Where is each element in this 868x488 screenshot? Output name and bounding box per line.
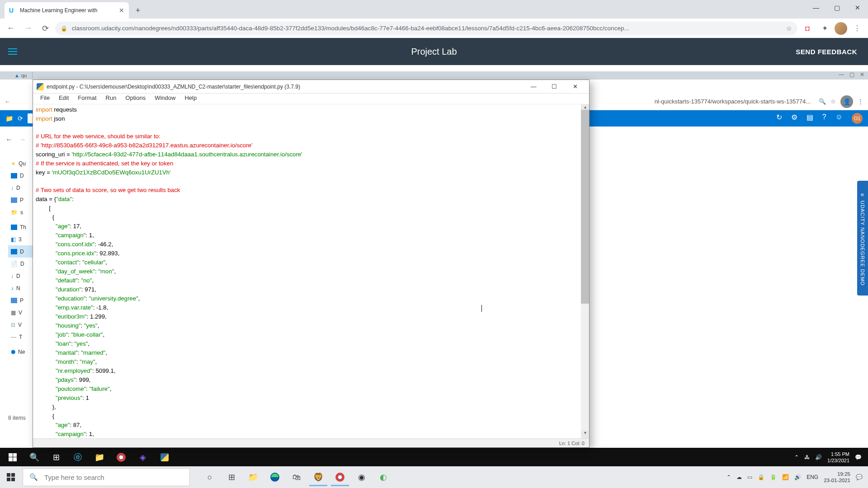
history-icon[interactable]: ↻ [776, 113, 782, 124]
tree-item[interactable]: 📁s [11, 206, 33, 218]
tree-item[interactable]: ★Qu [11, 157, 33, 169]
tree-item[interactable]: ▦V [11, 306, 33, 319]
tray-network-icon[interactable]: 🖧 [804, 454, 810, 460]
explorer-back-button[interactable]: ← [5, 136, 13, 144]
host-clock[interactable]: 19:2523-01-2021 [824, 471, 850, 483]
python-idle-icon[interactable] [154, 448, 175, 466]
reload-button[interactable]: ⟳ [38, 21, 52, 36]
cortana-icon[interactable]: ○ [199, 468, 221, 486]
udacity-demo-side-tab[interactable]: UDACITY NANODEGREE DEMO [857, 181, 868, 296]
inner-close-button[interactable]: ✕ [860, 71, 864, 78]
chrome-menu-icon[interactable]: ⋮ [850, 21, 864, 36]
extensions-icon[interactable]: ✦ [817, 21, 832, 36]
tray-battery-icon[interactable]: 🔋 [770, 474, 777, 480]
tree-item[interactable]: Th [11, 221, 33, 233]
idle-scrollbar[interactable]: ▴ ▾ [581, 104, 589, 438]
tray-meet-icon[interactable]: ▭ [747, 474, 752, 480]
idle-titlebar[interactable]: endpoint.py - C:\Users\demouser\Desktop\… [33, 80, 589, 94]
tree-item[interactable]: ⊟V [11, 319, 33, 331]
azure-user-badge[interactable]: O1 [852, 113, 863, 124]
inner-minimize-button[interactable]: — [839, 71, 844, 78]
tree-item[interactable]: P [11, 294, 33, 306]
explorer-taskbar-icon[interactable]: 📁 [242, 468, 264, 486]
address-bar[interactable]: 🔒 classroom.udacity.com/nanodegrees/nd00… [55, 22, 797, 35]
ie-icon[interactable]: ⓔ [67, 448, 89, 466]
tray-chevron-icon[interactable]: ⌃ [794, 454, 799, 460]
scroll-thumb[interactable] [581, 110, 589, 304]
chrome-taskbar-icon[interactable] [329, 468, 351, 486]
loading-app-icon[interactable]: ◐ [373, 468, 394, 486]
forward-button[interactable]: → [21, 21, 35, 36]
tray-volume-icon[interactable]: 🔊 [815, 454, 822, 460]
help-icon[interactable]: ? [822, 113, 826, 124]
tree-item[interactable]: ↓D [11, 270, 33, 282]
tree-item[interactable]: 📄D [11, 258, 33, 270]
back-button[interactable]: ← [4, 21, 18, 36]
tray-onedrive-icon[interactable]: ☁ [736, 474, 742, 480]
inner-maximize-button[interactable]: ▢ [849, 71, 854, 78]
store-icon[interactable]: 🛍 [286, 468, 307, 486]
menu-format[interactable]: Format [73, 94, 101, 104]
hamburger-menu-icon[interactable] [8, 43, 24, 60]
menu-window[interactable]: Window [150, 94, 180, 104]
menu-help[interactable]: Help [180, 94, 201, 104]
host-search-box[interactable]: 🔍 Type here to search [23, 468, 190, 486]
inner-profile-avatar[interactable]: 👤 [840, 95, 853, 108]
host-start-button[interactable] [0, 466, 22, 488]
send-feedback-button[interactable]: SEND FEEDBACK [796, 48, 857, 56]
tree-item[interactable]: —T [11, 331, 33, 343]
tray-notifications-icon[interactable]: 💬 [855, 454, 862, 460]
pocket-extension-icon[interactable]: ◘ [800, 21, 815, 36]
tree-item[interactable]: ♪N [11, 282, 33, 294]
menu-file[interactable]: File [36, 94, 54, 104]
star-icon[interactable]: ☆ [786, 25, 792, 32]
vm-search-button[interactable]: 🔍 [24, 448, 45, 466]
smile-icon[interactable]: ☺ [835, 113, 843, 124]
edge-icon[interactable] [264, 468, 286, 486]
explorer-forward-button[interactable]: → [19, 136, 26, 144]
vm-clock[interactable]: 1:55 PM1/23/2021 [827, 451, 849, 464]
tray-chevron-icon[interactable]: ⌃ [726, 474, 731, 480]
chrome-icon[interactable] [110, 448, 132, 466]
tree-item[interactable]: D [11, 169, 33, 182]
inner-search-icon[interactable]: 🔍 [819, 98, 826, 105]
inner-tab[interactable]: ▲qu [9, 71, 33, 80]
menu-run[interactable]: Run [101, 94, 121, 104]
tray-wifi-icon[interactable]: 📶 [782, 474, 789, 480]
inner-back-button[interactable]: ← [5, 98, 10, 105]
settings-gear-icon[interactable]: ⚙ [791, 113, 797, 124]
notebook-icon[interactable]: ▤ [807, 113, 813, 124]
github-icon[interactable]: ◉ [351, 468, 373, 486]
maximize-button[interactable]: ▢ [826, 0, 847, 15]
close-button[interactable]: ✕ [847, 0, 868, 15]
tree-item[interactable]: ⬢Ne [11, 346, 33, 358]
profile-avatar[interactable] [835, 22, 847, 35]
explorer-icon[interactable]: 📁 [89, 448, 110, 466]
tray-security-icon[interactable]: 🔒 [758, 474, 764, 480]
tree-item-selected[interactable]: D [8, 245, 33, 258]
tray-volume-icon[interactable]: 🔊 [794, 474, 801, 480]
tray-language[interactable]: ENG [807, 474, 818, 480]
new-tab-button[interactable]: + [132, 4, 144, 17]
idle-close-button[interactable]: ✕ [565, 80, 585, 93]
tree-item[interactable]: ◧3 [11, 233, 33, 245]
minimize-button[interactable]: — [806, 0, 826, 15]
inner-star-icon[interactable]: ☆ [830, 98, 836, 105]
close-tab-icon[interactable]: ✕ [119, 7, 124, 14]
idle-code-area[interactable]: import requests import json # URL for th… [33, 104, 589, 438]
vm-start-button[interactable] [2, 448, 24, 466]
menu-options[interactable]: Options [121, 94, 150, 104]
idle-minimize-button[interactable]: — [523, 80, 544, 93]
idle-maximize-button[interactable]: ☐ [544, 80, 565, 93]
brave-icon[interactable]: 🦁 [307, 468, 329, 486]
menu-edit[interactable]: Edit [54, 94, 73, 104]
scroll-down-arrow-icon[interactable]: ▾ [581, 430, 589, 438]
taskview-icon[interactable]: ⊞ [221, 468, 242, 486]
chrome-tab-active[interactable]: U Machine Learning Engineer with ✕ [5, 2, 129, 19]
refresh-icon[interactable]: ⟳ [18, 115, 23, 122]
tree-item[interactable]: ↓D [11, 182, 33, 194]
tray-notifications-icon[interactable]: 💬 [856, 474, 863, 480]
inner-menu-icon[interactable]: ⋮ [858, 98, 863, 105]
vscode-icon[interactable]: ◈ [132, 448, 154, 466]
tree-item[interactable]: P [11, 194, 33, 206]
